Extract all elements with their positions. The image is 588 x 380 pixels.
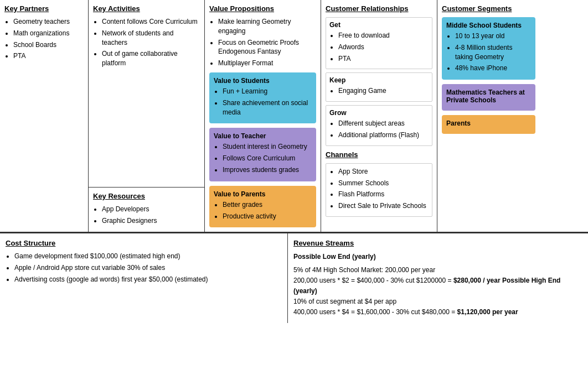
list-item: Adwords <box>338 43 429 52</box>
list-item: Make learning Geometry engaging <box>218 17 316 36</box>
channels-box: App Store Summer Schools Flash Platforms… <box>326 163 432 217</box>
list-item: Out of game collaborative platform <box>102 49 200 68</box>
list-item: Different subject areas <box>338 119 429 128</box>
seg-parents-title: Parents <box>446 119 531 127</box>
cr-keep-box: Keep Engaging Game <box>326 72 432 102</box>
list-item: Fun + Learning <box>223 87 312 96</box>
seg-middle-school-list: 10 to 13 year old 4-8 Million students t… <box>446 32 531 73</box>
channels-list: App Store Summer Schools Flash Platforms… <box>329 167 429 211</box>
cost-structure-list: Game development fixed $100,000 (estimat… <box>6 252 282 284</box>
list-item: Flash Platforms <box>338 190 429 199</box>
list-item: Content follows Core Curriculum <box>102 17 200 27</box>
seg-parents-box: Parents <box>442 115 535 134</box>
channels-header: Channels <box>326 150 432 159</box>
list-item: Engaging Game <box>338 86 429 96</box>
bottom-section: Cost Structure Game development fixed $1… <box>0 233 588 323</box>
key-resources-section: Key Resources App Developers Graphic Des… <box>89 188 204 232</box>
value-students-list: Fun + Learning Share achievement on soci… <box>214 87 312 117</box>
list-item: Productive activity <box>223 212 312 221</box>
cost-structure-header: Cost Structure <box>6 239 282 247</box>
key-partners-col: Key Partners Geometry teachers Math orga… <box>0 0 89 232</box>
canvas: Key Partners Geometry teachers Math orga… <box>0 0 588 323</box>
list-item: Improves students grades <box>223 165 312 175</box>
revenue-line4: 400,000 users * $4 = $1,600,000 - 30% cu… <box>293 307 582 317</box>
revenue-line3: 10% of cust segment at $4 per app <box>293 296 582 307</box>
list-item: App Developers <box>102 205 200 214</box>
list-item: Network of students and teachers <box>102 29 200 48</box>
list-item: Share achievement on social media <box>223 98 312 117</box>
cr-keep-label: Keep <box>329 76 429 84</box>
value-teacher-list: Student interest in Geometry Follows Cor… <box>214 142 312 174</box>
list-item: Free to download <box>338 31 429 40</box>
revenue-line2: 200,000 users * $2 = $400,000 - 30% cut … <box>293 275 582 296</box>
list-item: Better grades <box>223 200 312 210</box>
value-propositions-header: Value Propositions <box>209 4 316 13</box>
list-item: Follows Core Curriculum <box>223 154 312 163</box>
revenue-line4-bold: $1,120,000 per year <box>457 308 518 316</box>
revenue-line4-pre: 400,000 users * $4 = $1,600,000 - 30% cu… <box>293 308 457 316</box>
top-section: Key Partners Geometry teachers Math orga… <box>0 0 588 233</box>
list-item: School Boards <box>13 40 84 50</box>
cr-grow-list: Different subject areas Additional platf… <box>329 119 429 140</box>
revenue-streams-col: Revenue Streams Possible Low End (yearly… <box>288 233 588 323</box>
list-item: 10 to 13 year old <box>455 32 531 41</box>
list-item: Multiplayer Format <box>218 59 316 68</box>
list-item: 48% have iPhone <box>455 64 531 73</box>
list-item: Graphic Designers <box>102 216 200 226</box>
key-partners-header: Key Partners <box>4 4 84 13</box>
revenue-subheader: Possible Low End (yearly) <box>293 252 582 262</box>
list-item: App Store <box>338 167 429 176</box>
seg-math-teachers-title: Mathematics Teachers at Private Schools <box>446 89 531 104</box>
value-parents-title: Value to Parents <box>214 190 312 198</box>
customer-segments-header: Customer Segments <box>442 4 535 13</box>
revenue-line1: 5% of 4M High School Market: 200,000 per… <box>293 265 582 275</box>
list-item: Math organizations <box>13 29 84 38</box>
key-resources-header: Key Resources <box>93 192 200 200</box>
list-item: Focus on Geometric Proofs Endogenous Fan… <box>218 38 316 57</box>
key-activities-list: Content follows Core Curriculum Network … <box>93 17 200 68</box>
list-item: Apple / Android App store cut variable 3… <box>14 263 282 273</box>
cost-structure-col: Cost Structure Game development fixed $1… <box>0 233 288 323</box>
cr-keep-list: Engaging Game <box>329 86 429 96</box>
list-item: Student interest in Geometry <box>223 142 312 152</box>
value-propositions-col: Value Propositions Make learning Geometr… <box>205 0 321 232</box>
key-activities-col: Key Activities Content follows Core Curr… <box>89 0 205 232</box>
list-item: Advertising costs (google ad words) firs… <box>14 275 282 284</box>
list-item: Additional platforms (Flash) <box>338 131 429 140</box>
key-resources-list: App Developers Graphic Designers <box>93 205 200 226</box>
cr-grow-label: Grow <box>329 109 429 117</box>
key-partners-list: Geometry teachers Math organizations Sch… <box>4 17 84 61</box>
seg-middle-school-box: Middle School Students 10 to 13 year old… <box>442 17 535 80</box>
list-item: Direct Sale to Private Schools <box>338 201 429 211</box>
revenue-text: Possible Low End (yearly) 5% of 4M High … <box>293 252 582 317</box>
list-item: Game development fixed $100,000 (estimat… <box>14 252 282 261</box>
value-teacher-title: Value to Teacher <box>214 132 312 140</box>
seg-math-teachers-box: Mathematics Teachers at Private Schools <box>442 84 535 111</box>
value-teacher-box: Value to Teacher Student interest in Geo… <box>209 128 316 181</box>
revenue-line2-pre: 200,000 users * $2 = $400,000 - 30% cut … <box>293 277 453 284</box>
cr-get-label: Get <box>329 21 429 29</box>
list-item: PTA <box>13 51 84 61</box>
seg-middle-school-title: Middle School Students <box>446 22 531 29</box>
list-item: 4-8 Million students taking Geometry <box>455 43 531 62</box>
revenue-streams-header: Revenue Streams <box>293 239 582 247</box>
cr-get-list: Free to download Adwords PTA <box>329 31 429 63</box>
cr-grow-box: Grow Different subject areas Additional … <box>326 105 432 146</box>
customer-segments-col: Customer Segments Middle School Students… <box>437 0 540 232</box>
value-parents-list: Better grades Productive activity <box>214 200 312 221</box>
list-item: Summer Schools <box>338 179 429 188</box>
list-item: PTA <box>338 54 429 64</box>
customer-relationships-col: Customer Relationships Get Free to downl… <box>321 0 437 232</box>
value-students-title: Value to Students <box>214 77 312 85</box>
cr-get-box: Get Free to download Adwords PTA <box>326 17 432 69</box>
list-item: Geometry teachers <box>13 17 84 27</box>
value-parents-box: Value to Parents Better grades Productiv… <box>209 186 316 228</box>
customer-relationships-header: Customer Relationships <box>326 4 432 13</box>
value-propositions-main-list: Make learning Geometry engaging Focus on… <box>209 17 316 68</box>
value-students-box: Value to Students Fun + Learning Share a… <box>209 72 316 123</box>
key-activities-top: Key Activities Content follows Core Curr… <box>89 0 204 188</box>
key-activities-header: Key Activities <box>93 4 200 13</box>
